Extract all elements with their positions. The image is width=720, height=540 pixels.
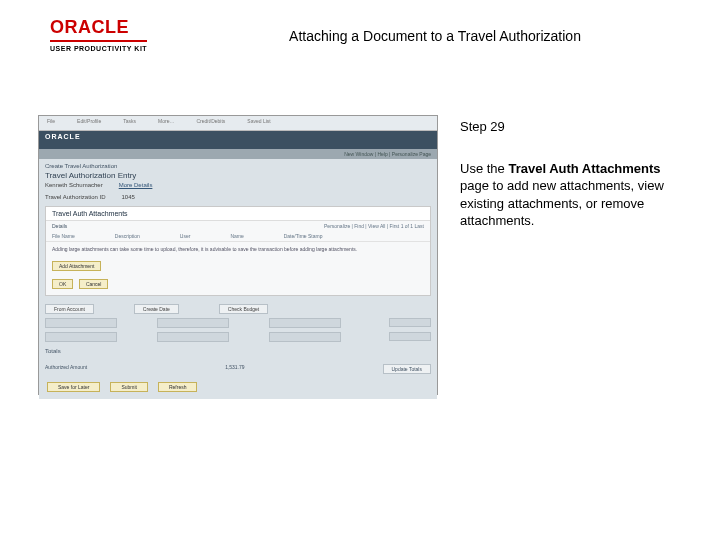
panel-subhead: Details — [52, 223, 67, 229]
submit-button[interactable]: Submit — [110, 382, 148, 392]
tab-item: Edit/Profile — [77, 118, 101, 130]
tab-item: More… — [158, 118, 174, 130]
grid-col: Check Budget — [219, 304, 268, 314]
ok-button[interactable]: OK — [52, 279, 73, 289]
auth-id-value: 1045 — [121, 194, 134, 200]
save-for-later-button[interactable]: Save for Later — [47, 382, 100, 392]
authorized-amount-label: Authorized Amount — [45, 364, 87, 374]
instruction-text: Use the Travel Auth Attachments page to … — [460, 160, 690, 230]
tab-item: File — [47, 118, 55, 130]
col-header: File Name — [52, 233, 75, 239]
instruction-post: page to add new attachments, view existi… — [460, 178, 664, 228]
panel-columns: File Name Description User Name Date/Tim… — [46, 231, 430, 242]
panel-toolbar-text: Personalize | Find | View All | First 1 … — [324, 223, 424, 229]
col-header: Name — [230, 233, 243, 239]
embedded-screenshot: File Edit/Profile Tasks More… Credit/Deb… — [38, 115, 438, 395]
col-header: Description — [115, 233, 140, 239]
page-heading: Travel Authorization Entry — [45, 171, 431, 180]
col-header: User — [180, 233, 191, 239]
app-tabs: File Edit/Profile Tasks More… Credit/Deb… — [39, 116, 437, 131]
update-totals-button[interactable]: Update Totals — [383, 364, 431, 374]
instruction-pre: Use the — [460, 161, 508, 176]
col-header: Date/Time Stamp — [284, 233, 323, 239]
refresh-button[interactable]: Refresh — [158, 382, 198, 392]
cancel-button[interactable]: Cancel — [79, 279, 109, 289]
add-attachment-button[interactable]: Add Attachment — [52, 261, 101, 271]
grid-col: From Account — [45, 304, 94, 314]
panel-title: Travel Auth Attachments — [46, 207, 430, 221]
grid-row — [45, 318, 431, 328]
app-brand: ORACLE — [39, 131, 437, 149]
instruction-panel: Step 29 Use the Travel Auth Attachments … — [460, 118, 690, 230]
tab-item: Credit/Debits — [196, 118, 225, 130]
tab-item: Tasks — [123, 118, 136, 130]
grid-col: Create Date — [134, 304, 179, 314]
panel-note: Adding large attachments can take some t… — [46, 242, 430, 257]
tab-item: Saved List — [247, 118, 270, 130]
more-details-link: More Details — [119, 182, 153, 188]
grid-row — [45, 332, 431, 342]
authorized-amount-value: 1,531.79 — [225, 364, 244, 374]
auth-id-label: Travel Authorization ID — [45, 194, 105, 200]
step-label: Step 29 — [460, 118, 690, 136]
employee-name: Kenneth Schumacher — [45, 182, 103, 188]
attachments-panel: Travel Auth Attachments Details Personal… — [45, 206, 431, 296]
totals-label: Totals — [45, 348, 431, 354]
page-title: Attaching a Document to a Travel Authori… — [190, 28, 680, 44]
oracle-subtitle: USER PRODUCTIVITY KIT — [50, 40, 147, 52]
instruction-bold: Travel Auth Attachments — [508, 161, 660, 176]
oracle-logo-block: ORACLE USER PRODUCTIVITY KIT — [50, 18, 147, 52]
window-links: New Window | Help | Personalize Page — [39, 149, 437, 159]
oracle-logo: ORACLE — [50, 18, 147, 36]
grid-header: From Account Create Date Check Budget — [45, 304, 431, 314]
breadcrumb: Create Travel Authorization — [45, 163, 431, 169]
